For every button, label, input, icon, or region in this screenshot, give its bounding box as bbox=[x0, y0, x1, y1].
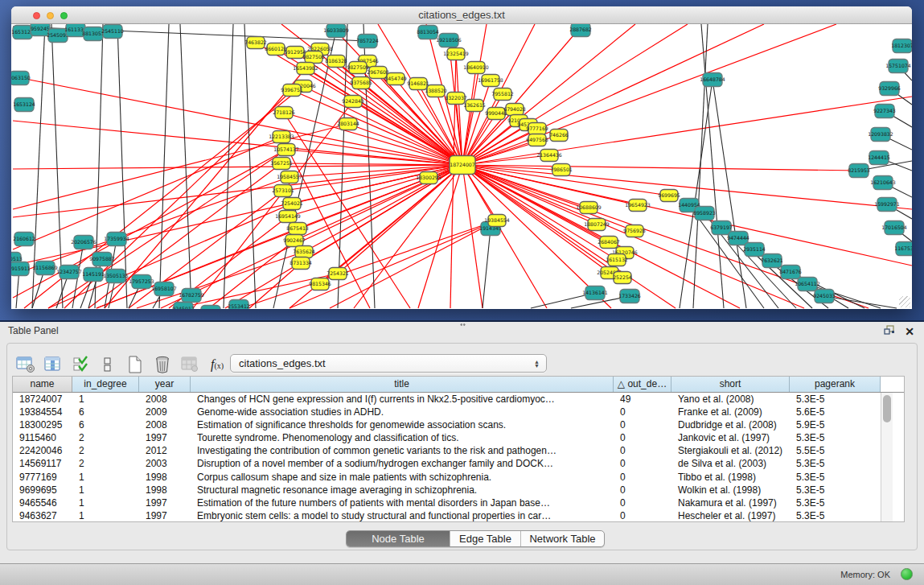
graph-node-label: 7635624 bbox=[293, 249, 315, 254]
table-row[interactable]: 1830029562008Estimation of significance … bbox=[13, 418, 904, 431]
table-cell: 1 bbox=[72, 484, 139, 496]
table-settings-icon[interactable] bbox=[15, 354, 36, 375]
table-row[interactable]: 977716911998Corpus callosum shape and si… bbox=[13, 471, 904, 484]
resize-grip-icon[interactable] bbox=[899, 296, 910, 307]
graph-node-label: 252254 bbox=[613, 274, 632, 280]
vertical-scrollbar[interactable] bbox=[881, 393, 893, 522]
table-row[interactable]: 946554611997Estimation of the future num… bbox=[13, 496, 904, 509]
graph-node-label: 90975887 bbox=[89, 256, 115, 262]
table-cell: 9465546 bbox=[13, 496, 72, 509]
table-cell: 0 bbox=[614, 418, 671, 431]
function-icon[interactable]: f(x) bbox=[207, 354, 228, 375]
memory-status-indicator bbox=[901, 568, 913, 580]
table-cell: Yano et al. (2008) bbox=[671, 393, 790, 406]
table-column-icon[interactable] bbox=[43, 354, 64, 375]
float-panel-icon[interactable] bbox=[884, 324, 895, 339]
network-canvas[interactable]: 1653122959245254509316113348813051254511… bbox=[11, 24, 912, 309]
graph-node-label: 7463822 bbox=[244, 39, 267, 45]
graph-node-label: 2545110 bbox=[101, 28, 124, 34]
graph-node-label: 17359934 bbox=[104, 236, 129, 241]
graph-edge bbox=[483, 229, 491, 308]
tab-node-table[interactable]: Node Table bbox=[347, 531, 450, 546]
graph-node-label: 2573101 bbox=[272, 187, 294, 193]
table-cell: 0 bbox=[614, 431, 671, 444]
column-header-in_degree[interactable]: in_degree bbox=[72, 377, 139, 392]
table-cell: Wolkin et al. (1998) bbox=[671, 484, 790, 496]
table-row[interactable]: 1456911722003Disruption of a novel membe… bbox=[13, 457, 904, 470]
graph-node-label: 7955812 bbox=[491, 91, 514, 97]
column-header-title[interactable]: title bbox=[191, 377, 614, 392]
table-cell: 0 bbox=[614, 457, 671, 470]
graph-node-label: 16543982 bbox=[293, 65, 318, 71]
graph-node-label: 8322037 bbox=[445, 95, 467, 101]
graph-node-label: 6379197 bbox=[710, 225, 733, 230]
delete-icon[interactable] bbox=[152, 354, 173, 375]
graph-node-label: 21364436 bbox=[536, 152, 562, 158]
graph-node-label: 9329966 bbox=[878, 85, 901, 91]
network-window[interactable]: citations_edges.txt 16531229592452545093… bbox=[11, 6, 912, 309]
column-header-short[interactable]: short bbox=[671, 377, 790, 392]
graph-node-label: 1362615 bbox=[463, 102, 486, 108]
import-table-icon[interactable] bbox=[179, 354, 200, 375]
graph-node-label: 16958107 bbox=[151, 286, 177, 291]
table-cell: 0 bbox=[614, 406, 671, 418]
graph-node-label: 1145191 bbox=[82, 271, 105, 277]
graph-node-label: 959245 bbox=[31, 26, 50, 31]
table-cell: de Silva et al. (2003) bbox=[671, 457, 790, 470]
table-row[interactable]: 911546021997Tourette syndrome. Phenomeno… bbox=[13, 431, 904, 444]
graph-edge bbox=[680, 80, 713, 308]
tab-network-table[interactable]: Network Table bbox=[521, 531, 604, 546]
table-cell: 5.5E-5 bbox=[790, 444, 881, 457]
dropdown-arrows-icon: ▲▼ bbox=[534, 360, 540, 368]
graph-node-label: 9902467 bbox=[283, 237, 306, 243]
tab-edge-table[interactable]: Edge Table bbox=[450, 531, 521, 546]
column-header-year[interactable]: year bbox=[139, 377, 191, 392]
table-cell: Structural magnetic resonance image aver… bbox=[191, 484, 614, 496]
citation-graph[interactable]: 1653122959245254509316113348813051254511… bbox=[11, 24, 912, 309]
table-cell: Franke et al. (2009) bbox=[671, 406, 790, 418]
column-header-name[interactable]: name bbox=[13, 377, 72, 392]
table-panel-title: Table Panel bbox=[8, 325, 59, 336]
scrollbar-thumb[interactable] bbox=[883, 395, 891, 422]
graph-edge bbox=[224, 24, 233, 308]
graph-edge bbox=[241, 220, 497, 308]
table-cell: 1997 bbox=[139, 509, 191, 522]
table-cell: Jankovic et al. (1997) bbox=[671, 431, 790, 444]
graph-node-label: 1653124 bbox=[13, 101, 35, 107]
graph-edge bbox=[462, 24, 836, 165]
table-row[interactable]: 969969511998Structural magnetic resonanc… bbox=[13, 484, 904, 496]
network-window-titlebar[interactable]: citations_edges.txt bbox=[11, 6, 912, 24]
table-body: 1872400712008Changes of HCN gene express… bbox=[13, 393, 904, 522]
table-row[interactable]: 1872400712008Changes of HCN gene express… bbox=[13, 393, 904, 406]
graph-node-label: 7986501 bbox=[550, 167, 573, 172]
rows-icon[interactable] bbox=[97, 354, 118, 375]
select-columns-icon[interactable] bbox=[70, 354, 91, 375]
graph-node-label: 8215953 bbox=[848, 167, 870, 173]
table-cell: Stergiakouli et al. (2012) bbox=[671, 444, 790, 457]
graph-node-label: 19384554 bbox=[484, 217, 510, 223]
table-row[interactable]: 2242004622012Investigating the contribut… bbox=[13, 444, 904, 457]
table-select-dropdown[interactable]: citations_edges.txt ▲▼ bbox=[230, 354, 547, 373]
close-panel-icon[interactable]: ✕ bbox=[905, 326, 914, 337]
new-document-icon[interactable] bbox=[125, 354, 146, 375]
graph-node-label: 9699695 bbox=[658, 192, 680, 198]
graph-node-label: 19584557 bbox=[277, 174, 302, 179]
table-cell: 0 bbox=[614, 496, 671, 509]
table-row[interactable]: 1938455462009Genome-wide association stu… bbox=[13, 406, 904, 418]
network-view-background: citations_edges.txt 16531229592452545093… bbox=[0, 0, 924, 322]
graph-node-label: 2887682 bbox=[569, 27, 592, 32]
graph-node-label: 17957253 bbox=[129, 278, 154, 284]
table-row[interactable]: 946362711997Embryonic stem cells: a mode… bbox=[13, 509, 904, 522]
graph-node-label: 2718126 bbox=[273, 109, 295, 115]
column-header-pagerank[interactable]: pagerank bbox=[790, 377, 881, 392]
graph-node-label: 19218506 bbox=[436, 37, 462, 43]
column-header-out_de[interactable]: △ out_de… bbox=[614, 377, 671, 392]
table-cell: 0 bbox=[614, 471, 671, 484]
graph-node-label: 2160612 bbox=[13, 236, 35, 241]
graph-node-label: 7857224 bbox=[356, 38, 379, 43]
graph-node-label: 8675413 bbox=[286, 225, 309, 231]
table-cell: Corpus callosum shape and size in male p… bbox=[191, 471, 614, 484]
graph-node-label: 6497568 bbox=[526, 137, 548, 142]
panel-splitter-handle[interactable] bbox=[459, 323, 466, 327]
graph-node-label: 2803144 bbox=[337, 121, 359, 126]
